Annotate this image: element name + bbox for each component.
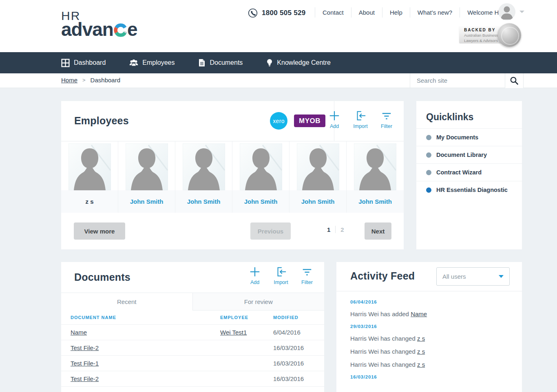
feed-event-link[interactable]: z s <box>417 361 425 368</box>
documents-title: Documents <box>74 271 130 283</box>
phone-contact: 1800 505 529 <box>248 8 306 18</box>
quicklink-document-library[interactable]: Document Library <box>416 146 522 163</box>
feed-event-link[interactable]: z s <box>417 335 425 342</box>
nav-documents[interactable]: Documents <box>198 59 243 67</box>
breadcrumb-row: Home > Dashboard <box>0 73 557 88</box>
bullet-icon <box>426 152 431 158</box>
table-row: Test File-2 16/03/2016 <box>61 340 324 355</box>
seal-icon <box>497 23 521 47</box>
chevron-down-icon[interactable] <box>519 11 524 13</box>
site-search <box>410 73 557 88</box>
breadcrumb-separator: > <box>82 77 86 83</box>
feed-event-link[interactable]: Name <box>411 311 427 317</box>
modified-date: 16/03/2016 <box>273 344 324 351</box>
employee-name-link[interactable]: John Smith <box>175 190 232 213</box>
quicklink-contract-wizard[interactable]: Contract Wizard <box>416 163 522 181</box>
quicklink-hr-essentials[interactable]: HR Essentials Diagnostic <box>416 181 522 198</box>
main-navbar: Dashboard Employees Documents <box>0 52 557 73</box>
feed-event: Harris Wei has changed z s <box>350 361 508 368</box>
employee-photo <box>354 143 396 190</box>
next-button[interactable]: Next <box>365 222 391 240</box>
breadcrumb-home-link[interactable]: Home <box>61 77 77 84</box>
activity-feed-panel: Activity Feed All users 06/04/2016 Harri… <box>336 262 522 392</box>
activity-feed-list: 06/04/2016 Harris Wei has added Name 29/… <box>336 291 522 379</box>
employees-panel: Employees xero MYOB Add <box>61 101 404 249</box>
feed-event: Harris Wei has changed z s <box>350 335 508 342</box>
employee-name-link[interactable]: John Smith <box>118 190 175 213</box>
magnifier-icon <box>510 76 519 85</box>
nav-knowledge-label: Knowledge Centre <box>277 59 331 66</box>
documents-panel: Documents Add Import <box>61 262 324 392</box>
add-employee-button[interactable]: Add <box>325 110 344 129</box>
nav-dashboard[interactable]: Dashboard <box>61 59 106 67</box>
document-icon <box>198 59 206 67</box>
user-avatar[interactable] <box>498 3 515 20</box>
users-filter-dropdown[interactable]: All users <box>436 267 510 286</box>
document-name-link[interactable]: Test File-2 <box>71 344 99 351</box>
phone-icon <box>248 8 258 18</box>
employee-card[interactable]: John Smith <box>175 141 232 213</box>
top-link-about[interactable]: About <box>351 7 382 18</box>
nav-employees[interactable]: Employees <box>129 59 175 67</box>
backed-by-badge: BACKED BY Australian Business Lawyers & … <box>459 24 524 44</box>
filter-employees-button[interactable]: Filter <box>377 110 396 129</box>
feed-date: 06/04/2016 <box>350 300 508 304</box>
employee-name-link[interactable]: John Smith <box>347 190 404 213</box>
employee-name-link[interactable]: John Smith <box>232 190 289 213</box>
breadcrumb: Home > Dashboard <box>61 77 120 84</box>
import-employees-button[interactable]: Import <box>351 110 370 129</box>
nav-documents-label: Documents <box>210 59 243 66</box>
document-name-link[interactable]: Name <box>71 329 87 336</box>
add-document-button[interactable]: Add <box>245 266 265 285</box>
documents-panel-header: Documents Add Import <box>61 262 324 293</box>
col-employee: EMPLOYEE <box>220 315 273 320</box>
nav-employees-label: Employees <box>142 59 175 66</box>
employee-photo <box>69 143 111 190</box>
bullet-icon <box>426 170 431 175</box>
activity-feed-header: Activity Feed All users <box>336 262 522 291</box>
nav-knowledge-centre[interactable]: Knowledge Centre <box>266 59 331 67</box>
import-arrow-icon <box>275 266 287 277</box>
feed-event: Harris Wei has changed z s <box>350 348 508 355</box>
employee-card[interactable]: John Smith <box>118 141 175 213</box>
previous-button[interactable]: Previous <box>250 222 291 240</box>
myob-logo[interactable]: MYOB <box>294 115 325 127</box>
feed-event-link[interactable]: z s <box>417 348 425 355</box>
employee-name-link[interactable]: z s <box>61 190 118 213</box>
view-more-button[interactable]: View more <box>74 222 125 240</box>
quicklinks-title: Quicklinks <box>426 112 522 123</box>
employee-card[interactable]: John Smith <box>347 141 404 213</box>
search-button[interactable] <box>505 73 524 88</box>
import-documents-button[interactable]: Import <box>271 266 291 285</box>
document-name-link[interactable]: Test File-2 <box>71 375 99 382</box>
top-link-contact[interactable]: Contact <box>315 7 351 18</box>
employee-link[interactable]: Wei Test1 <box>220 329 247 336</box>
employee-name-link[interactable]: John Smith <box>290 190 346 213</box>
employee-photo <box>297 143 339 190</box>
page-2[interactable]: 2 <box>340 226 344 233</box>
employee-card[interactable]: z s <box>61 141 118 213</box>
table-row: Test File-1 16/03/2016 <box>61 386 324 392</box>
nav-dashboard-label: Dashboard <box>74 59 106 66</box>
xero-logo[interactable]: xero <box>270 112 287 130</box>
quicklink-my-documents[interactable]: My Documents <box>416 128 522 146</box>
top-link-whats-new[interactable]: What's new? <box>410 7 460 18</box>
employee-card[interactable]: John Smith <box>290 141 347 213</box>
document-name-link[interactable]: Test File-1 <box>71 360 99 367</box>
hr-advance-logo[interactable]: HR advan e <box>61 10 137 38</box>
filter-lines-icon <box>381 110 392 121</box>
tab-recent[interactable]: Recent <box>61 293 193 311</box>
plus-icon <box>249 266 261 277</box>
table-row: Name Wei Test1 6/04/2016 <box>61 324 324 340</box>
table-row: Test File-1 16/03/2016 <box>61 355 324 371</box>
filter-lines-icon <box>301 266 313 277</box>
employee-card[interactable]: John Smith <box>232 141 290 213</box>
filter-documents-button[interactable]: Filter <box>297 266 317 285</box>
col-document-name: DOCUMENT NAME <box>71 315 220 320</box>
search-input[interactable] <box>410 73 505 87</box>
employees-panel-header: Employees xero MYOB Add <box>61 101 404 141</box>
tab-for-review[interactable]: For review <box>193 293 325 311</box>
bullet-icon <box>426 187 431 193</box>
top-link-help[interactable]: Help <box>382 7 410 18</box>
documents-table-header: DOCUMENT NAME EMPLOYEE MODIFIED <box>61 311 324 324</box>
